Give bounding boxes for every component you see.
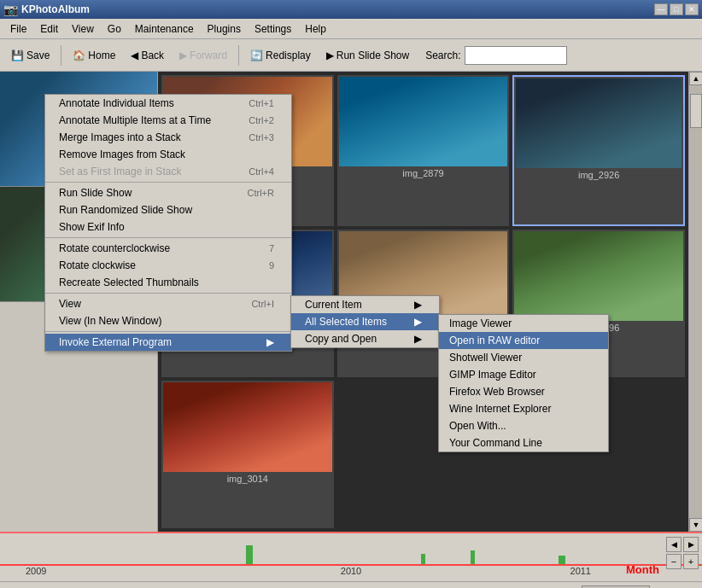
ctx-all-selected-items[interactable]: All Selected Items ▶ <box>291 313 439 330</box>
timeline-controls: ◀ ▶ − + <box>666 537 699 569</box>
window-controls: — □ ✕ <box>654 3 699 15</box>
ctx-view[interactable]: View Ctrl+I <box>45 295 291 312</box>
context-submenu-invoke[interactable]: Current Item ▶ All Selected Items ▶ Copy… <box>290 295 440 348</box>
photo-thumb-img2996 <box>514 231 683 321</box>
ctx-run-slideshow[interactable]: Run Slide Show Ctrl+R <box>45 184 291 201</box>
scroll-down-button[interactable]: ▼ <box>689 518 702 532</box>
ctx-image-viewer[interactable]: Image Viewer <box>439 315 608 332</box>
photo-label-img3014: img_3014 <box>227 474 268 484</box>
ctx-view-new-window[interactable]: View (In New Window) <box>45 312 291 329</box>
close-button[interactable]: ✕ <box>685 3 699 15</box>
ctx-invoke-external[interactable]: Invoke External Program ▶ <box>45 334 291 351</box>
menu-go[interactable]: Go <box>101 21 128 37</box>
photo-cell-img2926[interactable]: img_2926 <box>512 75 685 226</box>
ctx-remove-images[interactable]: Remove Images from Stack <box>45 146 291 163</box>
statusbar: All 50 matches Total: 50 <box>0 581 702 588</box>
scroll-thumb[interactable] <box>690 94 702 128</box>
minimize-button[interactable]: — <box>654 3 668 15</box>
timeline-red-line <box>0 564 702 566</box>
menu-edit[interactable]: Edit <box>33 21 65 37</box>
toolbar: 💾 Save 🏠 Home ◀ Back ▶ Forward 🔄 Redispl… <box>0 39 702 72</box>
ctx-open-raw-editor[interactable]: Open in RAW editor <box>439 332 608 349</box>
back-icon: ◀ <box>131 49 138 61</box>
save-icon: 💾 <box>11 49 24 61</box>
redisplay-icon: 🔄 <box>250 49 263 61</box>
home-button[interactable]: 🏠 Home <box>67 44 121 67</box>
menu-help[interactable]: Help <box>298 21 333 37</box>
forward-icon: ▶ <box>179 49 187 61</box>
ctx-gimp-image-editor[interactable]: GIMP Image Editor <box>439 366 608 383</box>
ctx-wine-ie[interactable]: Wine Internet Explorer <box>439 400 608 417</box>
photo-cell-img3014[interactable]: img_3014 <box>161 381 334 528</box>
toolbar-separator <box>61 45 61 66</box>
run-slideshow-button[interactable]: ▶ Run Slide Show <box>320 44 415 67</box>
ctx-current-item[interactable]: Current Item ▶ <box>291 296 439 313</box>
menu-maintenance[interactable]: Maintenance <box>128 21 201 37</box>
ctx-sep-3 <box>45 293 291 294</box>
matches-badge: 50 matches <box>582 585 650 589</box>
ctx-sep-1 <box>45 182 291 183</box>
timeline-right-button[interactable]: ▶ <box>683 537 699 552</box>
app-icon: 📷 <box>3 3 18 16</box>
back-button[interactable]: ◀ Back <box>125 44 170 67</box>
photo-thumb-img2879 <box>339 77 508 166</box>
photo-cell-img2879[interactable]: img_2879 <box>337 75 510 226</box>
search-input[interactable] <box>465 46 567 65</box>
ctx-shotwell-viewer[interactable]: Shotwell Viewer <box>439 349 608 366</box>
toolbar-separator-2 <box>238 45 239 66</box>
home-icon: 🏠 <box>73 49 85 61</box>
scroll-up-button[interactable]: ▲ <box>689 72 702 85</box>
timeline-label-2011: 2011 <box>570 566 591 576</box>
ctx-merge-images[interactable]: Merge Images into a Stack Ctrl+3 <box>45 129 291 146</box>
menu-file[interactable]: File <box>3 21 33 37</box>
photo-label-img2926: img_2926 <box>578 170 619 180</box>
timeline-zoom-in-button[interactable]: + <box>683 554 699 569</box>
ctx-firefox-browser[interactable]: Firefox Web Browser <box>439 383 608 400</box>
ctx-show-exif[interactable]: Show Exif Info <box>45 218 291 236</box>
menu-plugins[interactable]: Plugins <box>201 21 248 37</box>
photo-label-img2879: img_2879 <box>402 168 443 178</box>
timeline-zoom-out-button[interactable]: − <box>666 554 682 569</box>
context-submenu-programs[interactable]: Image Viewer Open in RAW editor Shotwell… <box>438 314 609 452</box>
forward-button[interactable]: ▶ Forward <box>173 44 233 67</box>
menu-view[interactable]: View <box>65 21 101 37</box>
timeline-left-button[interactable]: ◀ <box>666 537 682 552</box>
ctx-annotate-individual[interactable]: Annotate Individual Items Ctrl+1 <box>45 95 291 112</box>
timeline-month-label: Month <box>626 563 659 576</box>
context-menu-main[interactable]: Annotate Individual Items Ctrl+1 Annotat… <box>44 94 292 352</box>
ctx-annotate-multiple[interactable]: Annotate Multiple Items at a Time Ctrl+2 <box>45 112 291 129</box>
titlebar: 📷 KPhotoAlbum — □ ✕ <box>0 0 702 19</box>
photo-thumb-img3014 <box>163 382 332 472</box>
menu-settings[interactable]: Settings <box>248 21 298 37</box>
ctx-sep-2 <box>45 237 291 238</box>
timeline-marker-3 <box>471 550 475 564</box>
ctx-open-with[interactable]: Open With... <box>439 417 608 434</box>
ctx-rotate-ccw[interactable]: Rotate counterclockwise 7 <box>45 240 291 257</box>
timeline-marker-4 <box>559 556 565 564</box>
menubar: File Edit View Go Maintenance Plugins Se… <box>0 19 702 39</box>
scrollbar: ▲ ▼ <box>688 72 702 532</box>
timeline: 2009 2010 2011 ◀ ▶ − + Month <box>0 532 702 581</box>
ctx-sep-4 <box>45 331 291 332</box>
redisplay-button[interactable]: 🔄 Redisplay <box>244 44 317 67</box>
app-title: KPhotoAlbum <box>18 3 654 15</box>
ctx-command-line[interactable]: Your Command Line <box>439 434 608 451</box>
ctx-copy-and-open[interactable]: Copy and Open ▶ <box>291 330 439 347</box>
scroll-track[interactable] <box>689 85 702 518</box>
maximize-button[interactable]: □ <box>670 3 683 15</box>
save-button[interactable]: 💾 Save <box>5 44 56 67</box>
photo-thumb-img2926 <box>516 79 682 168</box>
ctx-rotate-cw[interactable]: Rotate clockwise 9 <box>45 257 291 274</box>
ctx-recreate-thumbnails[interactable]: Recreate Selected Thumbnails <box>45 274 291 291</box>
timeline-label-2010: 2010 <box>341 566 361 576</box>
timeline-marker-1 <box>246 545 253 564</box>
slideshow-icon: ▶ <box>326 49 334 61</box>
search-label: Search: <box>425 49 460 61</box>
timeline-label-2009: 2009 <box>26 566 46 576</box>
ctx-run-random-slideshow[interactable]: Run Randomized Slide Show <box>45 201 291 218</box>
timeline-marker-2 <box>421 554 425 564</box>
ctx-set-first: Set as First Image in Stack Ctrl+4 <box>45 163 291 180</box>
